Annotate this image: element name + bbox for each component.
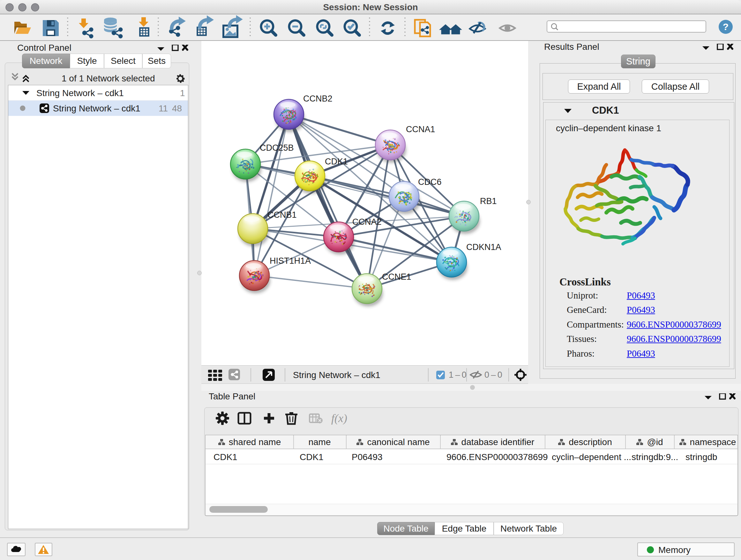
svg-text:HIST1H1A: HIST1H1A	[270, 256, 311, 266]
svg-text:CCNE1: CCNE1	[382, 272, 411, 282]
svg-text:CCNA2: CCNA2	[352, 217, 382, 227]
svg-text:CDC25B: CDC25B	[260, 143, 294, 152]
svg-text:CDC6: CDC6	[418, 177, 442, 187]
svg-text:RB1: RB1	[480, 196, 497, 206]
svg-text:String Network – cdk1: String Network – cdk1	[293, 370, 381, 380]
svg-text:CCNB1: CCNB1	[267, 210, 297, 220]
svg-text:0 – 0: 0 – 0	[484, 370, 502, 380]
svg-text:f(x): f(x)	[331, 412, 347, 425]
svg-text:1 – 0: 1 – 0	[449, 370, 467, 380]
svg-text:CDKN1A: CDKN1A	[466, 242, 501, 252]
svg-text:CCNB2: CCNB2	[303, 94, 333, 104]
svg-text:CDK1: CDK1	[325, 157, 348, 166]
svg-text:CCNA1: CCNA1	[406, 125, 435, 134]
